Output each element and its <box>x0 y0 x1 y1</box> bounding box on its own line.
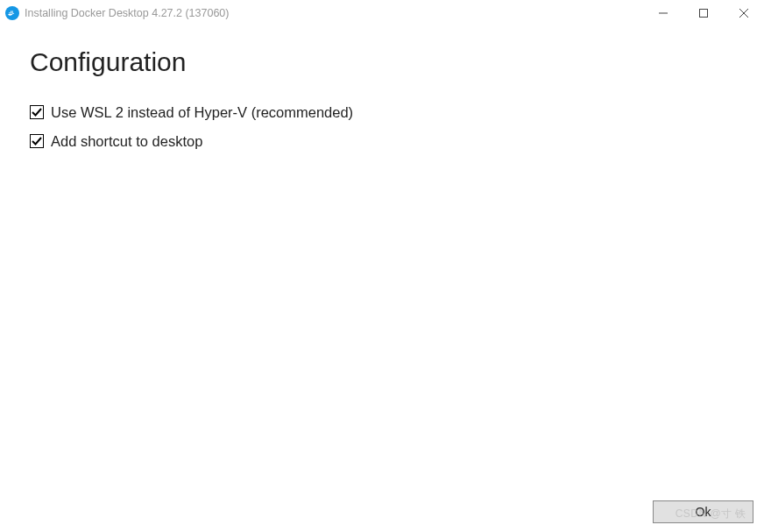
option-wsl2: Use WSL 2 instead of Hyper-V (recommende… <box>30 102 734 124</box>
maximize-button[interactable] <box>683 0 724 26</box>
close-button[interactable] <box>724 0 764 26</box>
titlebar: Installing Docker Desktop 4.27.2 (137060… <box>0 0 764 26</box>
option-label: Add shortcut to desktop <box>51 131 202 153</box>
minimize-button[interactable] <box>643 0 683 26</box>
window-controls <box>643 0 764 26</box>
docker-icon <box>5 6 19 20</box>
option-shortcut: Add shortcut to desktop <box>30 131 734 153</box>
checkbox-shortcut[interactable] <box>30 134 44 148</box>
checkbox-wsl2[interactable] <box>30 105 44 119</box>
option-label: Use WSL 2 instead of Hyper-V (recommende… <box>51 102 353 124</box>
page-title: Configuration <box>30 47 734 77</box>
content-area: Configuration Use WSL 2 instead of Hyper… <box>0 26 764 153</box>
ok-button[interactable]: Ok <box>653 500 753 523</box>
footer: Ok <box>653 500 753 523</box>
window-title: Installing Docker Desktop 4.27.2 (137060… <box>25 7 643 19</box>
svg-rect-1 <box>700 10 708 18</box>
